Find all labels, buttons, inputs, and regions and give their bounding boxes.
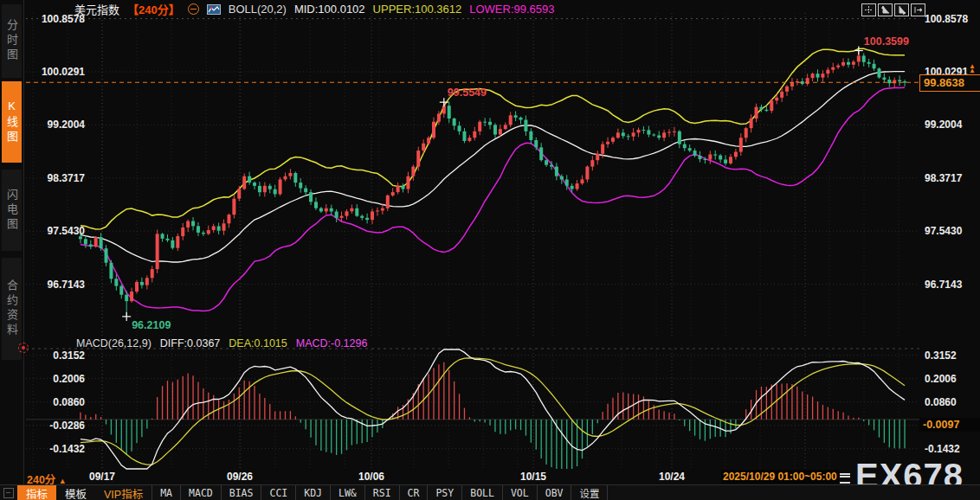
chart-canvas[interactable]: [0, 0, 980, 500]
chart-window: 分时图K线图闪电图合约资料 美元指数 【240分】 BOLL(20,2) MID…: [0, 0, 980, 500]
main-chart-legend: 美元指数 【240分】 BOLL(20,2) MID:100.0102 UPPE…: [74, 3, 555, 16]
price-up-arrow-icon: ▲▲: [969, 64, 976, 73]
chart-toolbar: [861, 3, 925, 16]
annotation-swing-high: 99.5549: [448, 87, 487, 99]
axis-tick-label: 98.3717: [28, 172, 85, 184]
indicator-tabbar: 指标模板VIP指标MAMACDBIASCCIKDJLW&RSICRPSYBOLL…: [0, 484, 980, 500]
axis-tick-label: 99.2004: [28, 119, 85, 131]
sidebar: 分时图K线图闪电图合约资料: [0, 0, 24, 500]
tab-ma[interactable]: MA: [152, 485, 180, 500]
tab-vip-indicator[interactable]: VIP指标: [95, 485, 152, 500]
tab-macd[interactable]: MACD: [180, 485, 221, 500]
current-price-box: 99.8638: [919, 74, 980, 92]
axis-tick-label: 97.5430: [28, 225, 85, 237]
axis-scale-left-icon[interactable]: [878, 3, 893, 16]
axis-tick-label: 96.7143: [925, 279, 962, 291]
axis-tick-label: 0.0860: [28, 396, 85, 408]
date-tick-label: 10/15: [509, 471, 558, 483]
axis-tick-label: -0.1432: [925, 443, 960, 455]
sidebar-item-time-chart[interactable]: 分时图: [2, 4, 22, 78]
axis-tick-label: 100.0291: [28, 66, 85, 78]
axis-tick-label: -0.1432: [28, 443, 85, 455]
period-label: 【240分】: [127, 1, 180, 17]
axis-tick-label: 97.5430: [925, 225, 962, 237]
date-tick-label: 10/06: [347, 471, 396, 483]
boll-upper-value: UPPER:100.3612: [373, 3, 462, 16]
date-axis: 240分 ▲ 09/1709/2610/0610/1510/24 2025/10…: [0, 470, 980, 484]
macd-hist-value: MACD:-0.1296: [296, 337, 368, 349]
tab-template[interactable]: 模板: [56, 485, 95, 500]
macd-dea-value: DEA:0.1015: [229, 337, 287, 349]
axis-tick-label: 100.8578: [925, 13, 968, 25]
tab-cci[interactable]: CCI: [261, 485, 295, 500]
axis-scale-right-icon[interactable]: [894, 3, 909, 16]
sidebar-item-flash-chart[interactable]: 闪电图: [2, 170, 22, 251]
tab-[interactable]: 设置: [571, 485, 608, 500]
axis-tick-label: 0.3152: [28, 349, 85, 362]
tab-vol[interactable]: VOL: [502, 485, 537, 500]
current-macd-box: -0.0097: [919, 418, 980, 432]
layout-icon[interactable]: [0, 485, 17, 500]
tab-rsi[interactable]: RSI: [364, 485, 399, 500]
tab-lw[interactable]: LW&: [330, 485, 364, 500]
annotation-high-price: 100.3599: [864, 35, 909, 48]
boll-lower-value: LOWER:99.6593: [469, 3, 554, 16]
tab-bias[interactable]: BIAS: [221, 485, 261, 500]
tab-kdj[interactable]: KDJ: [295, 485, 330, 500]
sidebar-item-kline-chart[interactable]: K线图: [2, 81, 22, 163]
axis-tick-label: 98.3717: [925, 172, 962, 184]
menu-icon[interactable]: [840, 473, 850, 484]
macd-params: MACD(26,12,9): [76, 337, 152, 349]
axis-tick-label: 0.2006: [28, 373, 85, 385]
axis-tick-label: 96.7143: [28, 279, 85, 291]
date-tick-label: 09/26: [216, 471, 264, 483]
collapse-indicator-icon[interactable]: [188, 3, 199, 15]
axis-tick-label: -0.0286: [28, 420, 85, 432]
annotation-low-price: 96.2109: [132, 319, 171, 331]
tab-obv[interactable]: OBV: [537, 485, 571, 500]
macd-legend: MACD(26,12,9) DIFF:0.0367 DEA:0.1015 MAC…: [76, 337, 367, 349]
tab-boll[interactable]: BOLL: [461, 485, 502, 500]
axis-tick-label: 99.2004: [925, 119, 962, 131]
macd-settings-icon[interactable]: [18, 343, 29, 353]
date-tick-label: 09/17: [78, 471, 126, 483]
tab-cr[interactable]: CR: [399, 485, 428, 500]
boll-mid-value: MID:100.0102: [294, 3, 365, 16]
symbol-name: 美元指数: [74, 1, 119, 17]
boll-params: BOLL(20,2): [229, 3, 287, 16]
crosshair-tool-icon[interactable]: [861, 3, 876, 16]
current-bar-datetime: 2025/10/29 01:00~05:00: [721, 470, 839, 484]
axis-tick-label: 0.3152: [925, 349, 957, 362]
date-tick-label: 10/24: [648, 471, 696, 483]
tab-indicator[interactable]: 指标: [17, 485, 56, 500]
chart-type-icon[interactable]: [207, 4, 221, 15]
popout-icon[interactable]: [911, 3, 925, 16]
tab-psy[interactable]: PSY: [427, 485, 461, 500]
axis-tick-label: 0.0860: [925, 396, 957, 408]
axis-tick-label: 0.2006: [925, 373, 957, 385]
macd-diff-value: DIFF:0.0367: [160, 337, 220, 349]
